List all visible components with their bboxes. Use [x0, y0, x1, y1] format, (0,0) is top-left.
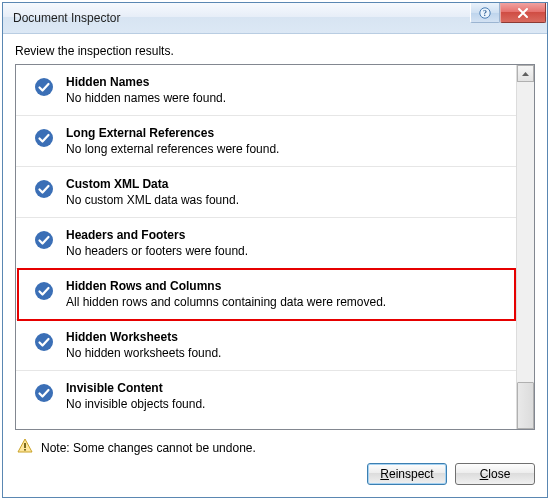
svg-point-8 [35, 384, 53, 402]
result-item-desc: No hidden names were found. [66, 91, 509, 105]
result-item-desc: No invisible objects found. [66, 397, 509, 411]
close-button[interactable]: Close [455, 463, 535, 485]
check-icon [34, 332, 54, 352]
svg-point-3 [35, 129, 53, 147]
footer-note: Note: Some changes cannot be undone. [15, 430, 535, 463]
scrollbar[interactable] [516, 65, 534, 429]
scroll-track[interactable] [517, 82, 534, 412]
result-item-title: Invisible Content [66, 381, 509, 395]
svg-point-6 [35, 282, 53, 300]
reinspect-button[interactable]: Reinspect [367, 463, 447, 485]
result-item: Long External References No long externa… [16, 116, 517, 167]
svg-text:?: ? [483, 9, 487, 18]
result-item-title: Hidden Names [66, 75, 509, 89]
svg-point-2 [35, 78, 53, 96]
result-item-desc: No long external references were found. [66, 142, 509, 156]
result-item-title: Hidden Worksheets [66, 330, 509, 344]
svg-point-4 [35, 180, 53, 198]
dialog-window: Document Inspector ? Review the inspecti… [2, 2, 548, 498]
window-title: Document Inspector [13, 11, 470, 25]
result-item-title: Custom XML Data [66, 177, 509, 191]
close-window-button[interactable] [500, 3, 546, 23]
dialog-body: Review the inspection results. Hidden Na… [3, 34, 547, 497]
result-item-desc: All hidden rows and columns containing d… [66, 295, 509, 309]
instruction-text: Review the inspection results. [15, 44, 535, 58]
results-frame: Hidden Names No hidden names were found.… [15, 64, 535, 430]
result-item-desc: No hidden worksheets found. [66, 346, 509, 360]
result-item-title: Hidden Rows and Columns [66, 279, 509, 293]
check-icon [34, 230, 54, 250]
warning-icon [17, 438, 33, 457]
svg-point-7 [35, 333, 53, 351]
result-item-desc: No custom XML data was found. [66, 193, 509, 207]
check-icon [34, 281, 54, 301]
scroll-thumb[interactable] [517, 382, 534, 429]
svg-rect-9 [24, 443, 26, 448]
result-item: Invisible Content No invisible objects f… [16, 371, 517, 421]
check-icon [34, 383, 54, 403]
svg-rect-10 [24, 449, 26, 451]
window-controls: ? [470, 3, 547, 33]
titlebar: Document Inspector ? [3, 3, 547, 34]
result-item: Hidden Worksheets No hidden worksheets f… [16, 320, 517, 371]
result-item: Custom XML Data No custom XML data was f… [16, 167, 517, 218]
result-item-title: Long External References [66, 126, 509, 140]
check-icon [34, 179, 54, 199]
result-item-desc: No headers or footers were found. [66, 244, 509, 258]
result-item: Hidden Rows and Columns All hidden rows … [16, 269, 517, 320]
svg-point-5 [35, 231, 53, 249]
check-icon [34, 128, 54, 148]
scroll-up-button[interactable] [517, 65, 534, 82]
result-item: Headers and Footers No headers or footer… [16, 218, 517, 269]
result-item: Hidden Names No hidden names were found. [16, 65, 517, 116]
help-button[interactable]: ? [470, 3, 500, 23]
footer-note-text: Note: Some changes cannot be undone. [41, 441, 256, 455]
results-list: Hidden Names No hidden names were found.… [16, 65, 517, 429]
button-row: Reinspect Close [15, 463, 535, 487]
check-icon [34, 77, 54, 97]
result-item-title: Headers and Footers [66, 228, 509, 242]
